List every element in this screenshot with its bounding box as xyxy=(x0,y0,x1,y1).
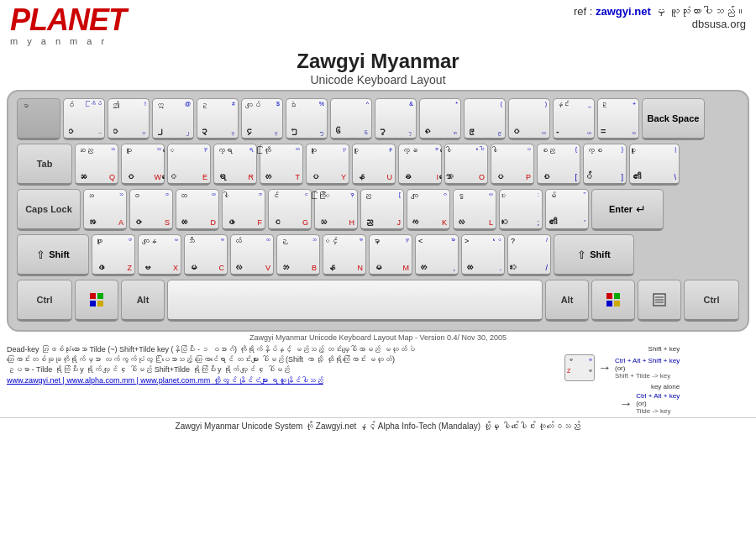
tab-label: Tab xyxy=(20,146,69,181)
key-r[interactable]: က္ရ ရ ရ R xyxy=(213,144,257,186)
key-semicolon[interactable]: း : း ; xyxy=(499,189,543,231)
zxcv-row: ⇧ Shift ဖူ ဖ ဖ Z ကျန ဗ xyxy=(17,234,739,276)
shift-right-label: Shift xyxy=(590,249,610,259)
key-quote[interactable]: မ် " ၏ ' xyxy=(545,189,589,231)
key-bracket-r[interactable]: က္စ } ် ] xyxy=(583,144,627,186)
key-u[interactable]: ူ နှ န U xyxy=(352,144,396,186)
key-v[interactable]: လ် လ လ V xyxy=(230,234,274,276)
key-equal[interactable]: ဥး + = သ xyxy=(597,98,639,140)
key-9[interactable]: ( ၉ ၉ xyxy=(464,98,506,140)
shift-left-key[interactable]: ⇧ Shift xyxy=(17,234,89,276)
capslock-label: Caps Lock xyxy=(20,191,77,227)
planet-logo: PLANET xyxy=(10,5,126,35)
keyboard: မာ ဝ် ကြိပ် ၁ ~ ဤ ! ၁ xyxy=(7,90,749,332)
desc-line3: ဥပမာ - Tilde ရိုက်ပြီး y ရိုက်လျှင် ၄ ပေ… xyxy=(7,365,556,374)
key-g[interactable]: င် င င G xyxy=(268,189,312,231)
capslock-key[interactable]: Caps Lock xyxy=(17,189,81,231)
key-2[interactable]: ဣ @ ၂ ၂ xyxy=(152,98,194,140)
win-right-icon xyxy=(595,282,632,317)
key-f[interactable]: ါ ဖ ဖ F xyxy=(222,189,265,231)
key-k[interactable]: ကျ ဂ က K xyxy=(407,189,450,231)
key-w[interactable]: ဝူ လ ဝ W xyxy=(121,144,165,186)
key-period[interactable]: > ေ ထ . xyxy=(461,234,505,276)
backspace-key[interactable]: Back Space xyxy=(642,98,705,140)
key-t[interactable]: ကြို တ တ T xyxy=(260,144,303,186)
key-s[interactable]: ဇ ဇ ဇ S xyxy=(129,189,173,231)
key-n[interactable]: င်္ ဓ န N xyxy=(323,234,366,276)
info-main: Dead-key အဖြစ်သုံးထားသော Tilde (~) Shift… xyxy=(7,345,556,415)
key-x[interactable]: ကျန ဗ ဗ X xyxy=(138,234,181,276)
ctrl-left-key[interactable]: Ctrl xyxy=(17,280,72,322)
key-a[interactable]: အ သ အ A xyxy=(83,189,127,231)
bottom-row: Ctrl Alt Alt xyxy=(17,280,739,322)
tab-key[interactable]: Tab xyxy=(17,144,72,186)
key-5[interactable]: ဒဲး % ၅ ၅ xyxy=(286,98,328,140)
key-backslash[interactable]: ူး | ၏ \ xyxy=(629,144,680,186)
ctrl-right-key[interactable]: Ctrl xyxy=(684,280,739,322)
esc-key[interactable]: မာ xyxy=(17,98,60,140)
link2[interactable]: www.alpha.com.mm xyxy=(66,376,134,385)
key-7[interactable]: & ၇ ၇ xyxy=(375,98,417,140)
ctrl-left-label: Ctrl xyxy=(20,282,69,317)
key-d[interactable]: ထ ထ ထ D xyxy=(176,189,219,231)
key-y[interactable]: ဘူ ပှ ပ Y xyxy=(306,144,349,186)
title-area: Zawgyi Myanmar Unicode Keyboard Layout xyxy=(0,50,756,86)
key-alone-label: key alone xyxy=(564,383,680,390)
alt-left-label: Alt xyxy=(124,282,161,317)
key-h[interactable]: ကြိြ ှာ သ H xyxy=(314,189,358,231)
key-comma[interactable]: < ဝာ တ , xyxy=(415,234,459,276)
key-p[interactable]: ါ ပ ပ P xyxy=(491,144,534,186)
key-8[interactable]: * ၈ ၈ xyxy=(419,98,461,140)
alt-right-key[interactable]: Alt xyxy=(545,280,589,322)
ref-line1: ref : zawgyi.net မှ ယူသုံးထားပါသည်။ xyxy=(574,5,746,18)
legend-diagram: Shift + key မ မ Z မ → Ctrl + Alt + Shift… xyxy=(564,345,680,415)
key-1[interactable]: ဤ ! ၁ ၁ xyxy=(108,98,150,140)
key-bracket-l[interactable]: စည { စ [ xyxy=(537,144,580,186)
key-slash[interactable]: ? / း / xyxy=(507,234,551,276)
key-j[interactable]: ည [ ည J xyxy=(360,189,404,231)
key-6[interactable]: ^ ၆ ၆ xyxy=(330,98,372,140)
keyboard-subtitle: Unicode Keyboard Layout xyxy=(0,73,756,86)
key-e[interactable]: ေ မှ ေ E xyxy=(167,144,211,186)
backspace-label: Back Space xyxy=(648,113,700,123)
backquote-key[interactable]: ဝ် ကြိပ် ၁ ~ xyxy=(63,98,105,140)
key-b[interactable]: ဉ ဘ ဘ B xyxy=(276,234,320,276)
footer-bar: Zawgyi Myanmar Unicode System ကို Zawgyi… xyxy=(0,417,756,434)
svg-rect-2 xyxy=(90,301,96,306)
key-minus[interactable]: နှင်း _ - ဟ xyxy=(553,98,595,140)
key-o[interactable]: ေါ ေါ ော O xyxy=(444,144,488,186)
key-i[interactable]: က္ခ ခ ခ I xyxy=(398,144,442,186)
link1[interactable]: www.zawgyi.net xyxy=(7,376,60,385)
info-links[interactable]: www.zawgyi.net | www.alpha.com.mm | www.… xyxy=(7,376,556,385)
key-3[interactable]: ဥ # ၃ ၃ xyxy=(197,98,239,140)
alt-left-key[interactable]: Alt xyxy=(121,280,165,322)
key-q[interactable]: ဆည သ ဆ Q xyxy=(75,144,118,186)
key-m[interactable]: မှာ မှ မ M xyxy=(369,234,412,276)
enter-key[interactable]: Enter ↵ xyxy=(591,189,664,231)
key-c[interactable]: ဘီ မ မ C xyxy=(184,234,228,276)
shift-right-key[interactable]: ⇧ Shift xyxy=(554,234,634,276)
link3[interactable]: www.planet.com.mm xyxy=(140,376,210,385)
legend-area: Shift + key မ မ Z မ → Ctrl + Alt + Shift… xyxy=(564,345,749,415)
win-left-icon xyxy=(78,282,115,317)
svg-rect-7 xyxy=(614,301,620,306)
menu-key[interactable] xyxy=(638,280,681,322)
asdf-row: Caps Lock အ သ အ A ဇ ဇ ဇ xyxy=(17,189,739,231)
ref-line2: dbsusa.org xyxy=(574,18,746,30)
svg-rect-1 xyxy=(97,293,103,299)
keyboard-title: Zawgyi Myanmar xyxy=(0,50,756,73)
shift-left-label: Shift xyxy=(49,249,69,259)
win-left-key[interactable] xyxy=(75,280,118,322)
number-row: မာ ဝ် ကြိပ် ၁ ~ ဤ ! ၁ xyxy=(17,98,739,140)
key-4[interactable]: ကျပ် $ ၄ ၄ xyxy=(241,98,283,140)
enter-label: Enter xyxy=(609,204,633,214)
key-l[interactable]: ဠ လ လ L xyxy=(453,189,496,231)
header: PLANET m y a n m a r ref : zawgyi.net မှ… xyxy=(0,0,756,48)
svg-rect-3 xyxy=(97,301,103,306)
space-label xyxy=(171,282,539,317)
key-0[interactable]: ) ၀ ၀ xyxy=(508,98,550,140)
desc-line2: အကြောင်းတစ်ခုခုကိုရိုက်မှသာ လက်ကွက်ပုံတွ… xyxy=(7,355,556,364)
key-z[interactable]: ဖူ ဖ ဖ Z xyxy=(92,234,135,276)
win-right-key[interactable] xyxy=(591,280,635,322)
space-key[interactable] xyxy=(167,280,543,322)
